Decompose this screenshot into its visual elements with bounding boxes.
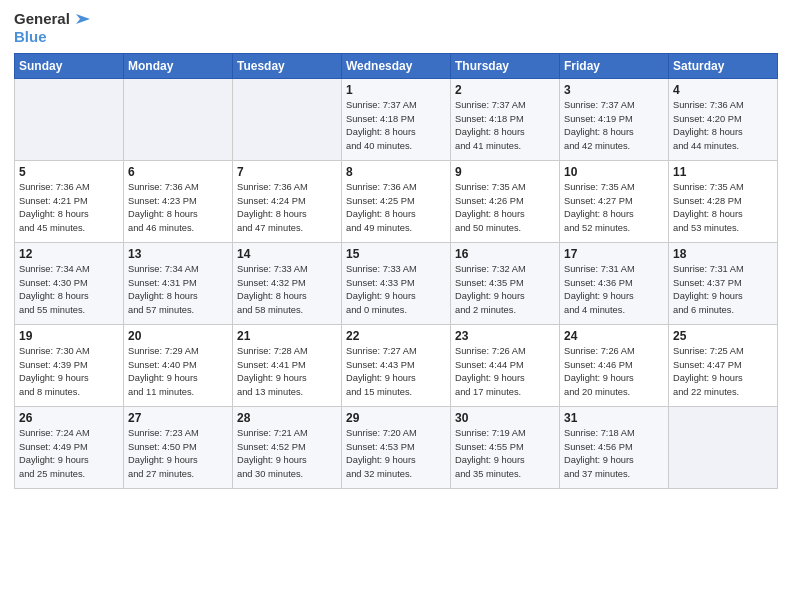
- calendar-cell: 25Sunrise: 7:25 AM Sunset: 4:47 PM Dayli…: [669, 325, 778, 407]
- day-info: Sunrise: 7:29 AM Sunset: 4:40 PM Dayligh…: [128, 345, 228, 399]
- day-info: Sunrise: 7:34 AM Sunset: 4:31 PM Dayligh…: [128, 263, 228, 317]
- day-number: 31: [564, 411, 664, 425]
- weekday-header-thursday: Thursday: [451, 54, 560, 79]
- day-number: 20: [128, 329, 228, 343]
- calendar-week-row: 12Sunrise: 7:34 AM Sunset: 4:30 PM Dayli…: [15, 243, 778, 325]
- calendar-cell: 9Sunrise: 7:35 AM Sunset: 4:26 PM Daylig…: [451, 161, 560, 243]
- day-number: 7: [237, 165, 337, 179]
- day-info: Sunrise: 7:24 AM Sunset: 4:49 PM Dayligh…: [19, 427, 119, 481]
- day-number: 27: [128, 411, 228, 425]
- calendar-cell: [669, 407, 778, 489]
- calendar-cell: [124, 79, 233, 161]
- calendar-cell: 7Sunrise: 7:36 AM Sunset: 4:24 PM Daylig…: [233, 161, 342, 243]
- day-info: Sunrise: 7:21 AM Sunset: 4:52 PM Dayligh…: [237, 427, 337, 481]
- calendar-cell: [233, 79, 342, 161]
- weekday-header-monday: Monday: [124, 54, 233, 79]
- day-number: 28: [237, 411, 337, 425]
- day-info: Sunrise: 7:36 AM Sunset: 4:25 PM Dayligh…: [346, 181, 446, 235]
- weekday-header-friday: Friday: [560, 54, 669, 79]
- day-info: Sunrise: 7:37 AM Sunset: 4:18 PM Dayligh…: [346, 99, 446, 153]
- day-number: 22: [346, 329, 446, 343]
- calendar-cell: 4Sunrise: 7:36 AM Sunset: 4:20 PM Daylig…: [669, 79, 778, 161]
- day-info: Sunrise: 7:33 AM Sunset: 4:33 PM Dayligh…: [346, 263, 446, 317]
- calendar-cell: 1Sunrise: 7:37 AM Sunset: 4:18 PM Daylig…: [342, 79, 451, 161]
- calendar-cell: 5Sunrise: 7:36 AM Sunset: 4:21 PM Daylig…: [15, 161, 124, 243]
- logo-arrow-icon: [72, 10, 90, 28]
- day-number: 4: [673, 83, 773, 97]
- calendar-cell: [15, 79, 124, 161]
- day-info: Sunrise: 7:36 AM Sunset: 4:24 PM Dayligh…: [237, 181, 337, 235]
- calendar-cell: 8Sunrise: 7:36 AM Sunset: 4:25 PM Daylig…: [342, 161, 451, 243]
- calendar-cell: 22Sunrise: 7:27 AM Sunset: 4:43 PM Dayli…: [342, 325, 451, 407]
- day-info: Sunrise: 7:23 AM Sunset: 4:50 PM Dayligh…: [128, 427, 228, 481]
- calendar-cell: 21Sunrise: 7:28 AM Sunset: 4:41 PM Dayli…: [233, 325, 342, 407]
- day-number: 8: [346, 165, 446, 179]
- day-number: 10: [564, 165, 664, 179]
- calendar-cell: 30Sunrise: 7:19 AM Sunset: 4:55 PM Dayli…: [451, 407, 560, 489]
- day-info: Sunrise: 7:20 AM Sunset: 4:53 PM Dayligh…: [346, 427, 446, 481]
- day-number: 30: [455, 411, 555, 425]
- calendar-cell: 31Sunrise: 7:18 AM Sunset: 4:56 PM Dayli…: [560, 407, 669, 489]
- calendar-cell: 28Sunrise: 7:21 AM Sunset: 4:52 PM Dayli…: [233, 407, 342, 489]
- day-number: 15: [346, 247, 446, 261]
- day-number: 6: [128, 165, 228, 179]
- day-number: 5: [19, 165, 119, 179]
- day-info: Sunrise: 7:31 AM Sunset: 4:36 PM Dayligh…: [564, 263, 664, 317]
- day-info: Sunrise: 7:27 AM Sunset: 4:43 PM Dayligh…: [346, 345, 446, 399]
- day-number: 23: [455, 329, 555, 343]
- logo-general-text: General: [14, 10, 70, 27]
- day-number: 16: [455, 247, 555, 261]
- day-info: Sunrise: 7:36 AM Sunset: 4:20 PM Dayligh…: [673, 99, 773, 153]
- weekday-header-row: SundayMondayTuesdayWednesdayThursdayFrid…: [15, 54, 778, 79]
- logo-blue-text: Blue: [14, 28, 47, 45]
- calendar-week-row: 19Sunrise: 7:30 AM Sunset: 4:39 PM Dayli…: [15, 325, 778, 407]
- day-info: Sunrise: 7:26 AM Sunset: 4:44 PM Dayligh…: [455, 345, 555, 399]
- calendar-cell: 10Sunrise: 7:35 AM Sunset: 4:27 PM Dayli…: [560, 161, 669, 243]
- page-container: General Blue SundayMondayTuesdayWednesda…: [0, 0, 792, 612]
- calendar-cell: 23Sunrise: 7:26 AM Sunset: 4:44 PM Dayli…: [451, 325, 560, 407]
- day-number: 1: [346, 83, 446, 97]
- day-info: Sunrise: 7:19 AM Sunset: 4:55 PM Dayligh…: [455, 427, 555, 481]
- calendar-cell: 15Sunrise: 7:33 AM Sunset: 4:33 PM Dayli…: [342, 243, 451, 325]
- calendar-week-row: 1Sunrise: 7:37 AM Sunset: 4:18 PM Daylig…: [15, 79, 778, 161]
- day-info: Sunrise: 7:36 AM Sunset: 4:23 PM Dayligh…: [128, 181, 228, 235]
- day-info: Sunrise: 7:35 AM Sunset: 4:26 PM Dayligh…: [455, 181, 555, 235]
- calendar-cell: 6Sunrise: 7:36 AM Sunset: 4:23 PM Daylig…: [124, 161, 233, 243]
- calendar-cell: 24Sunrise: 7:26 AM Sunset: 4:46 PM Dayli…: [560, 325, 669, 407]
- calendar-cell: 2Sunrise: 7:37 AM Sunset: 4:18 PM Daylig…: [451, 79, 560, 161]
- day-number: 11: [673, 165, 773, 179]
- day-info: Sunrise: 7:36 AM Sunset: 4:21 PM Dayligh…: [19, 181, 119, 235]
- day-info: Sunrise: 7:25 AM Sunset: 4:47 PM Dayligh…: [673, 345, 773, 399]
- day-number: 26: [19, 411, 119, 425]
- calendar-cell: 27Sunrise: 7:23 AM Sunset: 4:50 PM Dayli…: [124, 407, 233, 489]
- day-info: Sunrise: 7:28 AM Sunset: 4:41 PM Dayligh…: [237, 345, 337, 399]
- calendar-week-row: 5Sunrise: 7:36 AM Sunset: 4:21 PM Daylig…: [15, 161, 778, 243]
- logo: General Blue: [14, 10, 90, 45]
- day-info: Sunrise: 7:37 AM Sunset: 4:18 PM Dayligh…: [455, 99, 555, 153]
- calendar-cell: 16Sunrise: 7:32 AM Sunset: 4:35 PM Dayli…: [451, 243, 560, 325]
- day-info: Sunrise: 7:18 AM Sunset: 4:56 PM Dayligh…: [564, 427, 664, 481]
- weekday-header-saturday: Saturday: [669, 54, 778, 79]
- day-info: Sunrise: 7:31 AM Sunset: 4:37 PM Dayligh…: [673, 263, 773, 317]
- svg-marker-0: [76, 14, 90, 24]
- day-number: 19: [19, 329, 119, 343]
- day-number: 21: [237, 329, 337, 343]
- day-number: 17: [564, 247, 664, 261]
- day-info: Sunrise: 7:35 AM Sunset: 4:28 PM Dayligh…: [673, 181, 773, 235]
- calendar-cell: 18Sunrise: 7:31 AM Sunset: 4:37 PM Dayli…: [669, 243, 778, 325]
- calendar-cell: 12Sunrise: 7:34 AM Sunset: 4:30 PM Dayli…: [15, 243, 124, 325]
- day-info: Sunrise: 7:32 AM Sunset: 4:35 PM Dayligh…: [455, 263, 555, 317]
- weekday-header-wednesday: Wednesday: [342, 54, 451, 79]
- calendar-cell: 14Sunrise: 7:33 AM Sunset: 4:32 PM Dayli…: [233, 243, 342, 325]
- day-number: 3: [564, 83, 664, 97]
- day-info: Sunrise: 7:26 AM Sunset: 4:46 PM Dayligh…: [564, 345, 664, 399]
- day-info: Sunrise: 7:30 AM Sunset: 4:39 PM Dayligh…: [19, 345, 119, 399]
- header: General Blue: [14, 10, 778, 45]
- calendar-cell: 3Sunrise: 7:37 AM Sunset: 4:19 PM Daylig…: [560, 79, 669, 161]
- calendar-table: SundayMondayTuesdayWednesdayThursdayFrid…: [14, 53, 778, 489]
- day-info: Sunrise: 7:37 AM Sunset: 4:19 PM Dayligh…: [564, 99, 664, 153]
- weekday-header-tuesday: Tuesday: [233, 54, 342, 79]
- calendar-week-row: 26Sunrise: 7:24 AM Sunset: 4:49 PM Dayli…: [15, 407, 778, 489]
- day-number: 13: [128, 247, 228, 261]
- calendar-cell: 17Sunrise: 7:31 AM Sunset: 4:36 PM Dayli…: [560, 243, 669, 325]
